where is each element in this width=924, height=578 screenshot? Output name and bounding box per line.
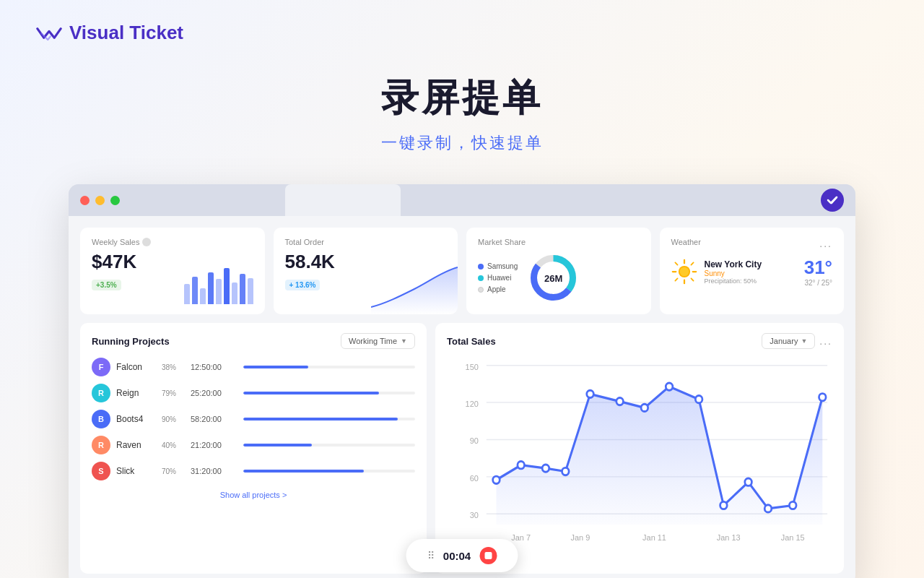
logo-icon [36,23,62,43]
svg-point-31 [562,467,570,475]
project-bar-slick [243,470,415,473]
svg-line-11 [691,262,693,264]
minimize-dot[interactable] [95,196,105,205]
project-name-boots4: Boots4 [116,414,156,424]
svg-text:Jan 13: Jan 13 [717,533,741,542]
weather-more-btn[interactable]: ... [819,238,832,249]
project-avatar-slick: S [92,462,110,480]
project-bar-fill-boots4 [243,418,398,420]
svg-line-9 [675,262,677,264]
sales-controls: January ▼ ... [762,333,832,349]
show-all-link[interactable]: Show all projects > [220,491,287,499]
weekly-bar-chart [184,268,253,304]
logo: Visual Ticket [36,22,183,44]
svg-text:150: 150 [466,362,479,371]
project-time-raven: 21:20:00 [191,441,237,449]
bar-6 [224,268,230,304]
weekly-sales-title: Weekly Sales [92,238,253,246]
chevron-down-icon: ▼ [401,337,407,345]
project-name-raven: Raven [116,440,156,450]
svg-point-37 [720,501,728,509]
projects-title: Running Projects [92,336,170,347]
donut-center-value: 26M [544,272,562,283]
total-order-chart [371,264,458,314]
project-bar-fill-reign [243,392,379,394]
stop-recording-button[interactable] [479,547,497,564]
sales-more-btn[interactable]: ... [819,335,832,347]
dashboard: Weekly Sales $47K +3.5% [69,216,855,578]
info-icon [142,238,151,246]
donut-chart: 26M [526,251,580,305]
working-time-dropdown[interactable]: Working Time ▼ [341,333,415,349]
svg-point-28 [493,476,500,483]
weather-temp-range: 32° / 25° [804,279,832,287]
project-pct-raven: 40% [162,441,185,449]
svg-point-33 [616,397,624,405]
svg-text:60: 60 [470,473,479,482]
bar-3 [200,288,206,304]
project-avatar-reign: R [92,384,110,402]
cards-row: Weekly Sales $47K +3.5% [80,228,844,314]
weather-temp: 31° [804,256,832,279]
project-bar-raven [243,444,415,447]
svg-point-40 [789,501,796,509]
project-pct-falcon: 38% [162,363,185,371]
recording-time: 00:04 [443,550,471,562]
bar-5 [216,279,222,304]
svg-text:Jan 9: Jan 9 [570,533,590,542]
project-name-slick: Slick [116,466,156,476]
weather-content: Weather ... [671,238,833,287]
market-card-body: Samsung Huawei Apple [478,251,640,305]
bar-7 [232,282,237,304]
legend-apple: Apple [478,285,518,293]
maximize-dot[interactable] [110,196,120,205]
project-name-falcon: Falcon [116,362,156,372]
svg-line-12 [675,278,677,280]
project-row-slick: S Slick 70% 31:20:00 [92,462,415,480]
stop-icon [484,552,492,559]
month-dropdown[interactable]: January ▼ [762,333,815,349]
market-legend: Samsung Huawei Apple [478,262,518,293]
project-row-falcon: F Falcon 38% 12:50:00 [92,358,415,376]
sales-panel: Total Sales January ▼ ... [435,323,844,574]
svg-text:Jan 11: Jan 11 [642,533,666,542]
bar-9 [248,278,253,304]
svg-point-30 [542,465,549,472]
svg-point-39 [764,505,772,512]
bar-8 [240,274,245,304]
project-avatar-falcon: F [92,358,110,376]
svg-text:Jan 15: Jan 15 [781,533,805,542]
header: Visual Ticket [0,0,924,59]
sales-title: Total Sales [447,336,496,347]
projects-panel: Running Projects Working Time ▼ F Falcon… [80,323,427,574]
weekly-sales-badge: +3.5% [92,280,121,290]
project-time-boots4: 58:20:00 [191,415,237,423]
svg-text:120: 120 [466,400,479,408]
project-avatar-boots4: B [92,410,110,428]
project-bar-fill-falcon [243,366,308,368]
project-bar-fill-slick [243,470,364,473]
show-all-container: Show all projects > [92,488,415,501]
svg-text:Jan 7: Jan 7 [511,533,531,542]
recording-bar: ⠿ 00:04 [406,539,518,572]
close-dot[interactable] [80,196,90,205]
svg-line-10 [691,278,693,280]
sales-header: Total Sales January ▼ ... [447,333,832,349]
weather-title: Weather [671,238,701,246]
sales-chart-svg: 150 120 90 60 30 Jan 7 Jan 9 Jan 11 Jan … [447,355,832,556]
project-pct-boots4: 90% [162,415,185,423]
check-icon [821,189,844,212]
project-row-reign: R Reign 79% 25:20:00 [92,384,415,402]
browser-tab[interactable] [285,184,401,216]
browser-window: Weekly Sales $47K +3.5% [69,184,855,578]
svg-point-4 [679,267,689,277]
project-avatar-raven: R [92,436,110,454]
svg-point-36 [695,396,702,403]
project-time-reign: 25:20:00 [191,389,237,397]
hero-section: 录屏提单 一键录制，快速提单 [0,59,924,176]
weather-info: New York City Sunny Precipitation: 50% [705,259,797,285]
total-order-card: Total Order 58.4K + 13.6% [274,228,458,314]
legend-samsung: Samsung [478,262,518,270]
weather-header: Weather ... [671,238,833,251]
projects-header: Running Projects Working Time ▼ [92,333,415,349]
